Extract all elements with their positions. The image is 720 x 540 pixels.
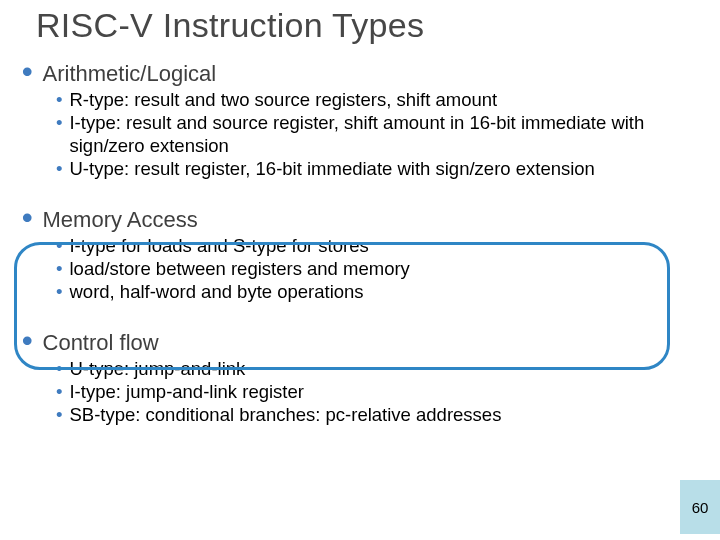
slide-number-bar: 60 bbox=[680, 480, 720, 534]
slide-number: 60 bbox=[692, 499, 709, 516]
list-text: SB-type: conditional branches: pc-relati… bbox=[69, 403, 501, 426]
slide: RISC-V Instruction Types • Arithmetic/Lo… bbox=[0, 0, 720, 540]
list-text: U-type: result register, 16-bit immediat… bbox=[69, 157, 594, 180]
bullet-icon: • bbox=[56, 403, 62, 426]
sub-list: •R-type: result and two source registers… bbox=[56, 88, 692, 180]
bullet-icon: • bbox=[56, 157, 62, 180]
list-item: •I-type: jump-and-link register bbox=[56, 380, 692, 403]
page-title: RISC-V Instruction Types bbox=[36, 6, 424, 45]
bullet-icon: • bbox=[56, 111, 62, 157]
list-item: •SB-type: conditional branches: pc-relat… bbox=[56, 403, 692, 426]
list-text: I-type: jump-and-link register bbox=[69, 380, 303, 403]
section-header-arithmetic: • Arithmetic/Logical bbox=[22, 62, 692, 86]
section-label: Arithmetic/Logical bbox=[43, 62, 217, 86]
highlight-box bbox=[14, 242, 670, 370]
section-label: Memory Access bbox=[43, 208, 198, 232]
list-text: R-type: result and two source registers,… bbox=[69, 88, 497, 111]
bullet-icon: • bbox=[56, 380, 62, 403]
bullet-icon: • bbox=[56, 88, 62, 111]
list-item: •U-type: result register, 16-bit immedia… bbox=[56, 157, 692, 180]
list-item: •R-type: result and two source registers… bbox=[56, 88, 692, 111]
bullet-icon: • bbox=[22, 62, 33, 82]
list-text: I-type: result and source register, shif… bbox=[69, 111, 692, 157]
list-item: •I-type: result and source register, shi… bbox=[56, 111, 692, 157]
section-header-memory: • Memory Access bbox=[22, 208, 692, 232]
bullet-icon: • bbox=[22, 208, 33, 228]
